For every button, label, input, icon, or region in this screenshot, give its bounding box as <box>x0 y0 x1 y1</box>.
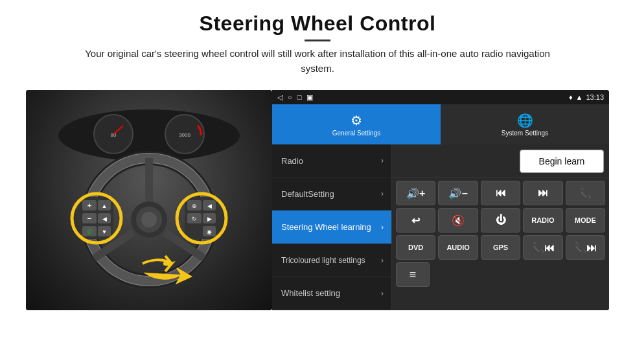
menu-label-steering: Steering Wheel learning <box>281 222 371 232</box>
menu-label-radio: Radio <box>281 156 303 166</box>
svg-text:80: 80 <box>111 132 117 138</box>
title-divider <box>305 40 330 41</box>
android-panel: ◁ ○ □ ▣ ♦ ▲ 13:13 ⚙ General Settings <box>272 90 609 310</box>
chevron-right-icon: › <box>381 156 384 165</box>
menu-label-default: DefaultSetting <box>281 189 334 199</box>
menu-item-whitelist[interactable]: Whitelist setting › <box>272 277 391 310</box>
nav-back-icon[interactable]: ◁ <box>277 93 283 102</box>
globe-icon: 🌐 <box>517 113 533 128</box>
button-row-3: DVD AUDIO GPS 📞⏮ 📞⏭ <box>396 235 605 260</box>
menu-item-tricoloured[interactable]: Tricoloured light settings › <box>272 244 391 277</box>
svg-text:↻: ↻ <box>192 216 197 222</box>
svg-point-14 <box>141 212 157 227</box>
begin-learn-button[interactable]: Begin learn <box>520 150 604 173</box>
menu-label-tricoloured: Tricoloured light settings <box>281 256 365 265</box>
svg-text:+: + <box>87 201 91 209</box>
page-subtitle: Your original car's steering wheel contr… <box>71 47 564 76</box>
svg-text:▲: ▲ <box>102 203 108 209</box>
menu-list: Radio › DefaultSetting › Steering Wheel … <box>272 144 392 310</box>
tab-system-label: System Settings <box>502 130 548 137</box>
dvd-button[interactable]: DVD <box>396 235 435 260</box>
menu-item-radio[interactable]: Radio › <box>272 144 391 177</box>
control-empty-space <box>392 144 520 177</box>
svg-text:◀: ◀ <box>102 216 107 222</box>
whitelist-icon-button[interactable]: ≡ <box>396 262 430 287</box>
menu-item-steering[interactable]: Steering Wheel learning › <box>272 210 391 244</box>
content-area: 80 3000 <box>26 90 609 358</box>
nav-recent-icon[interactable]: □ <box>297 93 302 102</box>
button-row-2: ↩ 🔇 ⏻ RADIO MODE <box>396 208 605 233</box>
gear-icon: ⚙ <box>351 113 362 128</box>
phone-button[interactable]: 📞 <box>566 181 605 205</box>
svg-text:◉: ◉ <box>207 229 212 235</box>
location-icon: ♦ <box>569 93 573 101</box>
gps-button[interactable]: GPS <box>481 235 520 260</box>
phone-prev-button[interactable]: 📞⏮ <box>523 235 562 260</box>
svg-text:−: − <box>87 214 91 222</box>
svg-text:✆: ✆ <box>87 227 93 235</box>
nav-tabs: ⚙ General Settings 🌐 System Settings <box>272 104 609 144</box>
prev-track-button[interactable]: ⏮ <box>481 181 520 205</box>
tab-system[interactable]: 🌐 System Settings <box>441 104 609 144</box>
car-image: 80 3000 <box>26 90 272 310</box>
back-button[interactable]: ↩ <box>396 208 435 233</box>
menu-label-whitelist: Whitelist setting <box>281 288 340 298</box>
button-row-1: 🔊+ 🔊− ⏮ ⏭ 📞 <box>396 181 605 205</box>
steering-wheel-svg: 80 3000 <box>42 103 256 297</box>
status-right: ♦ ▲ 13:13 <box>569 93 604 101</box>
button-row-4: ≡ <box>396 262 605 287</box>
title-section: Steering Wheel Control Your original car… <box>71 12 564 85</box>
mode-button[interactable]: MODE <box>566 208 605 233</box>
control-buttons-area: 🔊+ 🔊− ⏮ ⏭ 📞 ↩ 🔇 ⏻ RADIO MODE <box>392 178 609 310</box>
svg-text:◀: ◀ <box>207 203 212 209</box>
page-title: Steering Wheel Control <box>71 12 564 36</box>
svg-text:▼: ▼ <box>102 229 108 235</box>
phone-next-button[interactable]: 📞⏭ <box>566 235 605 260</box>
volume-down-button[interactable]: 🔊− <box>438 181 478 205</box>
mute-button[interactable]: 🔇 <box>438 208 478 233</box>
tab-general[interactable]: ⚙ General Settings <box>272 104 441 144</box>
chevron-right-icon: › <box>381 223 384 232</box>
audio-button[interactable]: AUDIO <box>438 235 478 260</box>
status-nav-icons: ◁ ○ □ ▣ <box>277 93 313 102</box>
control-top-row: Begin learn <box>392 144 609 178</box>
nav-home-icon[interactable]: ○ <box>288 93 292 102</box>
chevron-right-icon: › <box>381 189 384 198</box>
svg-text:3000: 3000 <box>179 132 190 138</box>
clock: 13:13 <box>586 93 604 101</box>
signal-icon: ▲ <box>576 93 583 101</box>
volume-up-button[interactable]: 🔊+ <box>396 181 435 205</box>
chevron-right-icon: › <box>381 256 384 265</box>
panel-body: Radio › DefaultSetting › Steering Wheel … <box>272 144 609 310</box>
radio-button[interactable]: RADIO <box>523 208 562 233</box>
tab-general-label: General Settings <box>332 130 381 137</box>
svg-text:▶: ▶ <box>207 216 212 222</box>
nav-menu-icon[interactable]: ▣ <box>306 93 313 102</box>
menu-item-default[interactable]: DefaultSetting › <box>272 177 391 210</box>
next-track-button[interactable]: ⏭ <box>523 181 562 205</box>
status-bar: ◁ ○ □ ▣ ♦ ▲ 13:13 <box>272 90 609 104</box>
car-background: 80 3000 <box>26 90 272 310</box>
control-panel: Begin learn 🔊+ 🔊− ⏮ ⏭ 📞 <box>392 144 609 310</box>
chevron-right-icon: › <box>381 289 384 298</box>
svg-text:⊕: ⊕ <box>192 203 197 209</box>
power-button[interactable]: ⏻ <box>481 208 520 233</box>
